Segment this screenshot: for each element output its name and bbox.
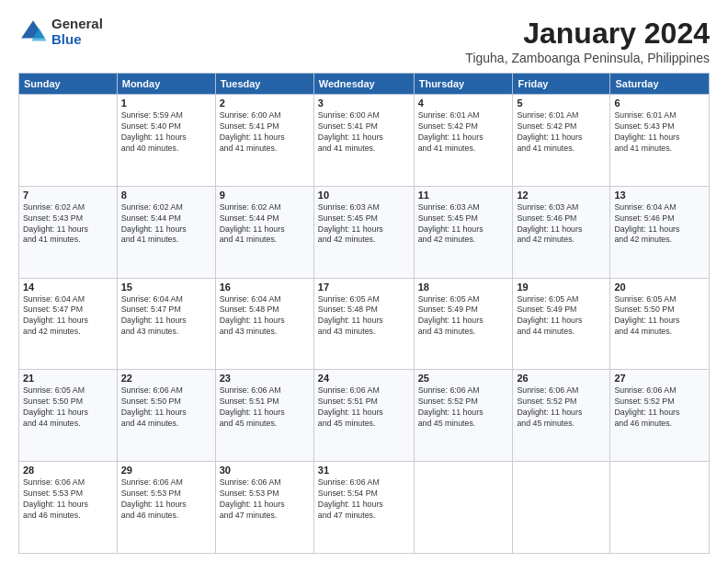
day-info: Sunrise: 6:06 AM Sunset: 5:53 PM Dayligh… (220, 477, 310, 522)
day-info: Sunrise: 6:03 AM Sunset: 5:45 PM Dayligh… (418, 202, 509, 247)
logo-blue-text: Blue (51, 32, 103, 48)
calendar-header-wednesday: Wednesday (313, 74, 414, 95)
day-number: 4 (418, 98, 509, 109)
calendar-cell: 23Sunrise: 6:06 AM Sunset: 5:51 PM Dayli… (215, 370, 313, 462)
day-info: Sunrise: 5:59 AM Sunset: 5:40 PM Dayligh… (121, 110, 211, 155)
title-block: January 2024 Tiguha, Zamboanga Peninsula… (465, 17, 710, 65)
calendar-cell: 19Sunrise: 6:05 AM Sunset: 5:49 PM Dayli… (513, 278, 610, 370)
calendar-header-tuesday: Tuesday (215, 74, 313, 95)
calendar-week-row: 28Sunrise: 6:06 AM Sunset: 5:53 PM Dayli… (19, 462, 710, 554)
calendar-cell (610, 462, 710, 554)
day-info: Sunrise: 6:01 AM Sunset: 5:42 PM Dayligh… (418, 110, 509, 155)
calendar-cell: 17Sunrise: 6:05 AM Sunset: 5:48 PM Dayli… (313, 278, 414, 370)
calendar-cell: 13Sunrise: 6:04 AM Sunset: 5:46 PM Dayli… (610, 186, 710, 278)
day-info: Sunrise: 6:06 AM Sunset: 5:53 PM Dayligh… (23, 477, 113, 522)
day-number: 25 (418, 373, 509, 384)
calendar-cell (513, 462, 610, 554)
calendar-cell: 1Sunrise: 5:59 AM Sunset: 5:40 PM Daylig… (117, 95, 215, 187)
day-info: Sunrise: 6:03 AM Sunset: 5:46 PM Dayligh… (517, 202, 606, 247)
day-info: Sunrise: 6:04 AM Sunset: 5:48 PM Dayligh… (220, 294, 310, 339)
day-number: 21 (23, 373, 113, 384)
day-info: Sunrise: 6:01 AM Sunset: 5:43 PM Dayligh… (614, 110, 705, 155)
day-number: 20 (614, 282, 705, 293)
calendar-header-saturday: Saturday (610, 74, 710, 95)
day-number: 30 (220, 465, 310, 476)
calendar-cell: 30Sunrise: 6:06 AM Sunset: 5:53 PM Dayli… (215, 462, 313, 554)
calendar-header-thursday: Thursday (414, 74, 513, 95)
day-number: 24 (318, 373, 410, 384)
day-info: Sunrise: 6:05 AM Sunset: 5:48 PM Dayligh… (318, 294, 410, 339)
calendar-table: SundayMondayTuesdayWednesdayThursdayFrid… (18, 73, 710, 554)
calendar-header-friday: Friday (513, 74, 610, 95)
day-info: Sunrise: 6:00 AM Sunset: 5:41 PM Dayligh… (318, 110, 410, 155)
day-number: 8 (121, 190, 211, 201)
day-number: 16 (220, 282, 310, 293)
calendar-cell: 29Sunrise: 6:06 AM Sunset: 5:53 PM Dayli… (117, 462, 215, 554)
page-title: January 2024 (465, 17, 710, 51)
day-info: Sunrise: 6:02 AM Sunset: 5:43 PM Dayligh… (23, 202, 113, 247)
calendar-cell: 25Sunrise: 6:06 AM Sunset: 5:52 PM Dayli… (414, 370, 513, 462)
day-number: 1 (121, 98, 211, 109)
day-info: Sunrise: 6:03 AM Sunset: 5:45 PM Dayligh… (318, 202, 410, 247)
calendar-header-sunday: Sunday (19, 74, 118, 95)
day-number: 31 (318, 465, 410, 476)
logo-icon (18, 17, 48, 47)
day-number: 29 (121, 465, 211, 476)
day-info: Sunrise: 6:06 AM Sunset: 5:54 PM Dayligh… (318, 477, 410, 522)
day-info: Sunrise: 6:05 AM Sunset: 5:49 PM Dayligh… (517, 294, 606, 339)
day-number: 27 (614, 373, 705, 384)
calendar-cell: 15Sunrise: 6:04 AM Sunset: 5:47 PM Dayli… (117, 278, 215, 370)
calendar-cell: 5Sunrise: 6:01 AM Sunset: 5:42 PM Daylig… (513, 95, 610, 187)
calendar-cell: 16Sunrise: 6:04 AM Sunset: 5:48 PM Dayli… (215, 278, 313, 370)
day-info: Sunrise: 6:05 AM Sunset: 5:50 PM Dayligh… (23, 385, 113, 430)
calendar-cell: 24Sunrise: 6:06 AM Sunset: 5:51 PM Dayli… (313, 370, 414, 462)
calendar-cell: 18Sunrise: 6:05 AM Sunset: 5:49 PM Dayli… (414, 278, 513, 370)
day-info: Sunrise: 6:01 AM Sunset: 5:42 PM Dayligh… (517, 110, 606, 155)
logo: General Blue (18, 17, 103, 47)
day-info: Sunrise: 6:06 AM Sunset: 5:51 PM Dayligh… (220, 385, 310, 430)
day-number: 2 (220, 98, 310, 109)
calendar-cell (19, 95, 118, 187)
day-info: Sunrise: 6:04 AM Sunset: 5:47 PM Dayligh… (121, 294, 211, 339)
calendar-cell: 3Sunrise: 6:00 AM Sunset: 5:41 PM Daylig… (313, 95, 414, 187)
page-subtitle: Tiguha, Zamboanga Peninsula, Philippines (465, 51, 710, 65)
calendar-week-row: 21Sunrise: 6:05 AM Sunset: 5:50 PM Dayli… (19, 370, 710, 462)
calendar-cell: 10Sunrise: 6:03 AM Sunset: 5:45 PM Dayli… (313, 186, 414, 278)
calendar-cell: 28Sunrise: 6:06 AM Sunset: 5:53 PM Dayli… (19, 462, 118, 554)
day-number: 5 (517, 98, 606, 109)
day-info: Sunrise: 6:06 AM Sunset: 5:52 PM Dayligh… (418, 385, 509, 430)
calendar-cell: 4Sunrise: 6:01 AM Sunset: 5:42 PM Daylig… (414, 95, 513, 187)
calendar-cell: 14Sunrise: 6:04 AM Sunset: 5:47 PM Dayli… (19, 278, 118, 370)
day-number: 18 (418, 282, 509, 293)
day-number: 19 (517, 282, 606, 293)
calendar-week-row: 7Sunrise: 6:02 AM Sunset: 5:43 PM Daylig… (19, 186, 710, 278)
day-info: Sunrise: 6:05 AM Sunset: 5:50 PM Dayligh… (614, 294, 705, 339)
day-number: 22 (121, 373, 211, 384)
calendar-cell: 2Sunrise: 6:00 AM Sunset: 5:41 PM Daylig… (215, 95, 313, 187)
day-info: Sunrise: 6:06 AM Sunset: 5:52 PM Dayligh… (517, 385, 606, 430)
logo-text: General Blue (51, 17, 103, 47)
calendar-cell: 22Sunrise: 6:06 AM Sunset: 5:50 PM Dayli… (117, 370, 215, 462)
day-info: Sunrise: 6:06 AM Sunset: 5:53 PM Dayligh… (121, 477, 211, 522)
calendar-cell: 27Sunrise: 6:06 AM Sunset: 5:52 PM Dayli… (610, 370, 710, 462)
logo-general-text: General (51, 17, 103, 32)
day-number: 13 (614, 190, 705, 201)
calendar-cell: 8Sunrise: 6:02 AM Sunset: 5:44 PM Daylig… (117, 186, 215, 278)
day-number: 14 (23, 282, 113, 293)
calendar-cell: 7Sunrise: 6:02 AM Sunset: 5:43 PM Daylig… (19, 186, 118, 278)
calendar-cell: 20Sunrise: 6:05 AM Sunset: 5:50 PM Dayli… (610, 278, 710, 370)
day-info: Sunrise: 6:04 AM Sunset: 5:47 PM Dayligh… (23, 294, 113, 339)
calendar-cell: 12Sunrise: 6:03 AM Sunset: 5:46 PM Dayli… (513, 186, 610, 278)
calendar-cell: 9Sunrise: 6:02 AM Sunset: 5:44 PM Daylig… (215, 186, 313, 278)
day-info: Sunrise: 6:06 AM Sunset: 5:50 PM Dayligh… (121, 385, 211, 430)
day-number: 6 (614, 98, 705, 109)
day-number: 3 (318, 98, 410, 109)
day-info: Sunrise: 6:04 AM Sunset: 5:46 PM Dayligh… (614, 202, 705, 247)
day-number: 11 (418, 190, 509, 201)
day-number: 7 (23, 190, 113, 201)
day-number: 26 (517, 373, 606, 384)
day-number: 15 (121, 282, 211, 293)
header: General Blue January 2024 Tiguha, Zamboa… (18, 17, 710, 65)
calendar-cell (414, 462, 513, 554)
day-number: 9 (220, 190, 310, 201)
